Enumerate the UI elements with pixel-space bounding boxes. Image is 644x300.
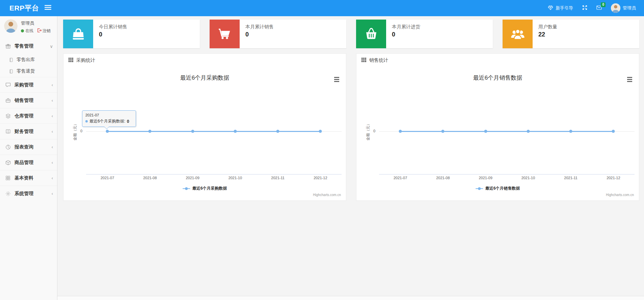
sidebar-item-label: 零售管理: [15, 43, 50, 49]
stat-card-label: 本月累计销售: [245, 24, 274, 30]
data-point-marker: [399, 130, 402, 133]
sidebar: 管理员 在线 注销 零售管理∨零售出库零售退货采购管理‹销售管理‹仓库管理‹财务…: [0, 16, 57, 300]
x-axis-line: [86, 174, 342, 174]
stat-card-body: 本月累计销售0: [240, 20, 279, 48]
data-point-marker: [276, 130, 279, 133]
sidebar-item-label: 财务管理: [15, 129, 52, 135]
chevron-left-icon: ‹: [52, 175, 53, 181]
sidebar-item-label: 系统管理: [15, 191, 52, 197]
tooltip-series-name: 最近6个月采购数据:: [89, 118, 125, 124]
pie-chart-icon: [5, 144, 11, 150]
panel-header: 销售统计: [356, 54, 639, 67]
sidebar-item-pie-chart[interactable]: 报表查询‹: [0, 139, 57, 155]
stat-card-body: 本月累计进货0: [386, 20, 426, 48]
highcharts-credit[interactable]: Highcharts.com.cn: [606, 193, 634, 197]
x-axis-label: 2021-12: [314, 176, 327, 180]
avatar: [611, 3, 620, 13]
data-point-marker: [612, 130, 615, 133]
stat-card-label: 用户数量: [538, 24, 557, 30]
stat-card-label: 本月累计进货: [392, 24, 420, 30]
sidebar-item-grid[interactable]: 基本资料‹: [0, 170, 57, 186]
cart-icon: [210, 20, 240, 48]
tooltip-value: 0: [127, 119, 129, 124]
sidebar-toggle-button[interactable]: [45, 5, 51, 11]
x-axis-label: 2021-10: [521, 176, 535, 180]
chart-context-menu-icon[interactable]: [626, 76, 633, 84]
highcharts-credit[interactable]: Highcharts.com.cn: [313, 193, 341, 197]
sidebar-subitem-label: 零售出库: [17, 57, 35, 63]
sidebar-item-layers[interactable]: 仓库管理‹: [0, 108, 57, 124]
chart-panel: 销售统计最近6个月销售数据金额（元）02021-072021-082021-09…: [356, 53, 639, 201]
journal-icon: [9, 57, 14, 62]
logout-icon: [37, 28, 42, 33]
sidebar-item-briefcase[interactable]: 销售管理‹: [0, 92, 57, 108]
sidebar-user-name: 管理员: [21, 20, 51, 26]
guide-button[interactable]: 新手引导: [548, 5, 573, 11]
chevron-left-icon: ‹: [52, 113, 53, 118]
navbar-right: 新手引导 0 管理员: [548, 3, 644, 13]
data-point-marker: [234, 130, 237, 133]
th-icon: [361, 58, 366, 63]
chart-title: 最近6个月销售数据: [356, 74, 639, 82]
grid-icon: [5, 175, 11, 181]
sidebar-item-gift[interactable]: 零售管理∨: [0, 38, 57, 54]
briefcase-icon: [5, 98, 11, 103]
user-menu[interactable]: 管理员: [611, 3, 636, 13]
stat-card: 今日累计销售0: [63, 20, 200, 48]
chevron-left-icon: ‹: [52, 160, 53, 165]
expand-icon: [582, 5, 587, 11]
chevron-left-icon: ‹: [52, 191, 53, 196]
x-axis-label: 2021-07: [394, 176, 407, 180]
content: 今日累计销售0本月累计销售0本月累计进货0用户数量22 采购统计最近6个月采购数…: [57, 13, 644, 201]
panel-title: 销售统计: [369, 57, 388, 63]
sidebar-item-label: 报表查询: [15, 144, 52, 150]
chart-context-menu-icon[interactable]: [333, 76, 340, 84]
logout-button[interactable]: 注销: [37, 28, 51, 34]
hamburger-icon: [45, 5, 51, 11]
legend-marker-icon: [476, 188, 483, 189]
y-axis-tick-label: 0: [63, 129, 82, 133]
sidebar-item-book[interactable]: 财务管理‹: [0, 124, 57, 139]
legend-item[interactable]: 最近6个月销售数据: [476, 186, 520, 191]
data-point-marker: [527, 130, 530, 133]
stat-card-label: 今日累计销售: [99, 24, 127, 30]
series-line: [107, 131, 320, 132]
data-point-marker: [569, 130, 572, 133]
chevron-down-icon: ∨: [50, 44, 53, 49]
stat-card-value: 0: [99, 31, 127, 38]
avatar: [4, 19, 18, 33]
legend-item[interactable]: 最近6个月采购数据: [183, 186, 227, 191]
sidebar-subitem[interactable]: 零售退货: [0, 65, 57, 77]
sidebar-item-label: 采购管理: [15, 82, 52, 88]
panel-header: 采购统计: [63, 54, 346, 67]
fullscreen-button[interactable]: [582, 5, 587, 11]
x-axis-label: 2021-11: [564, 176, 578, 180]
navbar-user-name: 管理员: [623, 5, 636, 11]
legend-marker-icon: [183, 188, 190, 189]
chart-panels-row: 采购统计最近6个月采购数据金额（元）02021-072021-082021-09…: [63, 53, 639, 201]
y-axis-tick-label: 0: [356, 129, 375, 133]
page-footer: [57, 296, 644, 300]
stat-card: 本月累计进货0: [356, 20, 493, 48]
stat-card: 用户数量22: [503, 20, 639, 48]
sidebar-subitem[interactable]: 零售出库: [0, 54, 57, 65]
x-axis-label: 2021-07: [101, 176, 114, 180]
sidebar-item-comment[interactable]: 采购管理‹: [0, 77, 57, 92]
message-count-badge: 0: [601, 2, 606, 7]
layers-icon: [5, 113, 11, 119]
legend-label: 最近6个月采购数据: [192, 186, 227, 191]
sidebar-item-box[interactable]: 商品管理‹: [0, 155, 57, 170]
main-area: 首页 今日累计销售0本月累计销售0本月累计进货0用户数量22 采购统计最近6个月…: [57, 0, 644, 201]
gift-icon: [5, 44, 11, 49]
sidebar-item-gear[interactable]: 系统管理‹: [0, 186, 57, 201]
data-point-marker: [191, 130, 194, 133]
online-status-label: 在线: [25, 28, 33, 34]
x-axis-label: 2021-11: [271, 176, 285, 180]
stat-card-value: 0: [245, 31, 274, 38]
book-icon: [5, 129, 11, 134]
x-axis-label: 2021-10: [229, 176, 242, 180]
series-line: [400, 131, 613, 132]
stat-card-value: 0: [392, 31, 420, 38]
app-brand[interactable]: ERP平台: [0, 3, 39, 13]
messages-button[interactable]: 0: [596, 5, 602, 11]
